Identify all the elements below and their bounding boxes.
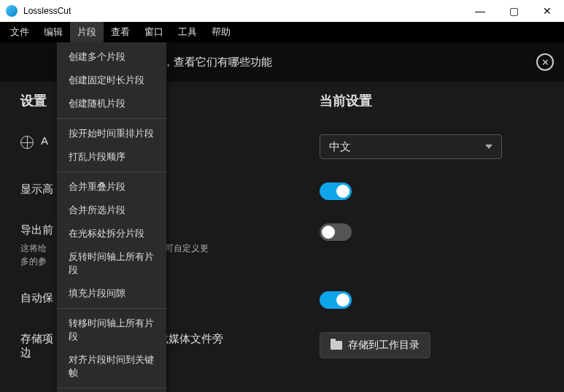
export-desc-3: 多的参 (20, 256, 47, 266)
menu-file[interactable]: 文件 (3, 22, 36, 42)
dropdown-item[interactable]: 合并所选片段 (57, 199, 166, 222)
menu-edit[interactable]: 编辑 (36, 22, 70, 42)
show-advanced-label: 显示高 (20, 182, 53, 196)
banner-close-icon[interactable]: ✕ (536, 53, 554, 71)
dropdown-item[interactable]: 创建多个片段 (57, 45, 166, 69)
dropdown-item[interactable]: 创建固定时长片段 (57, 69, 166, 92)
store-location-button[interactable]: 存储到工作目录 (320, 332, 430, 358)
dropdown-item[interactable]: 合并重叠片段 (57, 175, 166, 199)
dropdown-item[interactable]: 对齐片段时间到关键帧 (57, 348, 166, 385)
folder-icon (331, 341, 342, 350)
dropdown-separator (57, 118, 166, 119)
current-settings-header: 当前设置 (305, 92, 544, 109)
menu-window[interactable]: 窗口 (137, 22, 171, 42)
minimize-button[interactable]: — (463, 0, 497, 22)
dropdown-separator (57, 308, 166, 309)
segments-dropdown: 创建多个片段 创建固定时长片段 创建随机片段 按开始时间重排片段 打乱片段顺序 … (57, 42, 166, 392)
store-button-label: 存储到工作目录 (348, 339, 420, 352)
maximize-button[interactable]: ▢ (497, 0, 530, 22)
dropdown-item[interactable]: 填充片段间隙 (57, 282, 166, 305)
dropdown-item[interactable]: 反转时间轴上所有片段 (57, 245, 166, 282)
store-label-3: 边 (20, 346, 31, 358)
dropdown-separator (57, 172, 166, 172)
language-value: 中文 (329, 140, 351, 154)
app-icon (6, 5, 18, 17)
dropdown-item[interactable]: 打乱片段顺序 (57, 145, 166, 169)
dropdown-item[interactable]: 在光标处拆分片段 (57, 222, 166, 245)
language-select[interactable]: 中文 (320, 134, 502, 159)
dropdown-item[interactable]: 转移时间轴上所有片段 (57, 312, 166, 348)
chevron-down-icon (485, 145, 492, 149)
menu-tools[interactable]: 工具 (171, 22, 204, 42)
export-confirm-toggle[interactable] (320, 223, 352, 241)
autosave-toggle[interactable] (320, 291, 352, 309)
export-desc-1: 这将给 (20, 243, 47, 253)
window-title: LosslessCut (23, 6, 71, 16)
menu-view[interactable]: 查看 (104, 22, 137, 42)
menu-segments[interactable]: 片段 (70, 22, 104, 42)
autosave-label: 自动保 (20, 291, 53, 305)
show-advanced-toggle[interactable] (320, 182, 352, 200)
store-label-1: 存储项 (20, 332, 53, 345)
close-button[interactable]: ✕ (530, 0, 564, 22)
dropdown-item[interactable]: 按开始时间重排片段 (57, 122, 166, 145)
globe-icon (20, 136, 34, 149)
hint-text: ，查看它们有哪些功能 (163, 55, 272, 69)
menu-help[interactable]: 帮助 (204, 22, 238, 42)
lang-label: A (41, 134, 48, 147)
dropdown-item[interactable]: 创建随机片段 (57, 92, 166, 115)
menubar: 文件 编辑 片段 查看 窗口 工具 帮助 (0, 22, 564, 42)
dropdown-separator (57, 388, 166, 388)
